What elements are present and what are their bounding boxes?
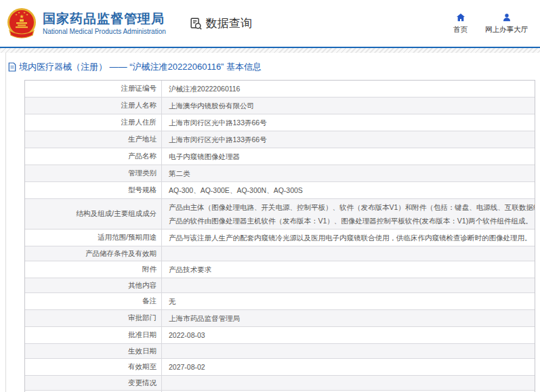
row-label: 备注 — [25, 293, 161, 309]
document-icon — [8, 62, 16, 72]
nav-service-hall[interactable]: 网上办事大厅 — [485, 12, 528, 35]
row-value: 2022-08-03 — [161, 327, 535, 343]
doc-search-icon — [189, 17, 203, 30]
row-label: 附件 — [25, 261, 161, 278]
row-value — [161, 278, 535, 292]
hatch-band — [0, 48, 540, 53]
row-value: 产品技术要求 — [161, 261, 535, 278]
table-row: 审批部门上海市药品监督管理局 — [25, 309, 535, 326]
row-value: AQ-300、AQ-300E、AQ-300N、AQ-300S — [161, 182, 535, 198]
home-icon — [455, 12, 466, 23]
org-name-en: National Medical Products Administration — [43, 27, 166, 36]
nmpa-logo: ★ ★ ★ ★ ★ 国家药品监督管理局 National Medical Pro… — [5, 7, 166, 40]
row-value: 上海市闵行区光中路133弄66号 — [161, 131, 535, 148]
table-row: 适用范围/预期用途产品与该注册人生产的配套内窥镜冷光源以及医用电子内窥镜联合使用… — [25, 229, 535, 246]
row-label: 其他内容 — [25, 278, 161, 292]
row-value: 2027-08-02 — [161, 359, 535, 375]
svg-text:★: ★ — [18, 11, 20, 14]
row-value: 上海澳华内镜股份有限公司 — [161, 97, 535, 114]
table-row: 产品名称电子内窥镜图像处理器 — [25, 148, 535, 165]
row-value: 产品与该注册人生产的配套内窥镜冷光源以及医用电子内窥镜联合使用，供临床作内窥镜检… — [161, 230, 535, 246]
row-label: 注册人住所 — [25, 114, 161, 131]
row-label: 适用范围/预期用途 — [25, 230, 161, 246]
page-title-text: 境内医疗器械（注册） —— “沪械注准20222060116” 基本信息 — [19, 61, 262, 73]
table-row: 结构及组成/主要组成成分产品由主体（图像处理电路、开关电源、控制平板）、软件（发… — [25, 198, 535, 229]
row-label: 型号规格 — [25, 182, 161, 198]
row-value: 第二类 — [161, 165, 535, 181]
table-row: 注册人名称上海澳华内镜股份有限公司 — [25, 97, 535, 114]
site-header: ★ ★ ★ ★ ★ 国家药品监督管理局 National Medical Pro… — [0, 0, 540, 47]
row-label: 生产地址 — [25, 131, 161, 148]
org-name-cn: 国家药品监督管理局 — [43, 11, 166, 27]
nav-home-label: 首页 — [453, 25, 468, 35]
registration-info-table: 注册证编号沪械注准20222060116注册人名称上海澳华内镜股份有限公司注册人… — [24, 80, 535, 392]
row-value: 无 — [161, 293, 535, 309]
row-label: 注册证编号 — [25, 81, 161, 97]
row-label: 批准日期 — [25, 327, 161, 343]
row-label: 结构及组成/主要组成成分 — [25, 199, 161, 229]
table-row: 注册证编号沪械注准20222060116 — [25, 81, 535, 97]
table-row: 管理类别第二类 — [25, 165, 535, 181]
user-icon — [501, 12, 512, 23]
row-value: 上海市药品监督管理局 — [161, 310, 535, 326]
table-row: 生产地址上海市闵行区光中路133弄66号 — [25, 131, 535, 148]
table-row: 产品储存条件及有效期 — [25, 246, 535, 261]
table-row: 备注无 — [25, 292, 535, 309]
top-nav: 首页 网上办事大厅 — [453, 12, 531, 35]
table-row: 变更情况 — [25, 375, 535, 390]
nav-home[interactable]: 首页 — [453, 12, 468, 35]
table-row: 有效期至2027-08-02 — [25, 358, 535, 375]
row-value: 上海市闵行区光中路133弄66号 — [161, 114, 535, 131]
row-label: 有效期至 — [25, 359, 161, 375]
row-label: 生效日期 — [25, 344, 161, 358]
data-query-tab[interactable]: 数据查询 — [189, 16, 252, 31]
row-label: 审批部门 — [25, 310, 161, 326]
svg-text:★: ★ — [26, 13, 28, 16]
national-emblem-icon: ★ ★ ★ ★ ★ — [5, 7, 38, 40]
row-label: 产品名称 — [25, 148, 161, 165]
row-value: 电子内窥镜图像处理器 — [161, 148, 535, 165]
row-label: 变更情况 — [25, 376, 161, 390]
table-row: 生效日期 — [25, 343, 535, 358]
row-label: 注册人名称 — [25, 97, 161, 114]
table-row: 附件产品技术要求 — [25, 261, 535, 278]
page-title: 境内医疗器械（注册） —— “沪械注准20222060116” 基本信息 — [8, 61, 540, 73]
nav-service-hall-label: 网上办事大厅 — [485, 25, 528, 35]
row-value: 产品由主体（图像处理电路、开关电源、控制平板）、软件（发布版本V1）和附件（包括… — [161, 199, 535, 229]
row-value — [161, 246, 535, 261]
table-row: 型号规格AQ-300、AQ-300E、AQ-300N、AQ-300S — [25, 181, 535, 198]
data-query-label: 数据查询 — [206, 16, 252, 31]
row-value: 沪械注准20222060116 — [161, 81, 535, 97]
content-panel: 境内医疗器械（注册） —— “沪械注准20222060116” 基本信息 注册证… — [5, 53, 540, 392]
row-value — [161, 376, 535, 390]
row-value — [161, 344, 535, 358]
table-row: 注册人住所上海市闵行区光中路133弄66号 — [25, 114, 535, 131]
table-row: 批准日期2022-08-03 — [25, 326, 535, 343]
row-label: 产品储存条件及有效期 — [25, 246, 161, 261]
row-label: 管理类别 — [25, 165, 161, 181]
table-row: 其他内容 — [25, 278, 535, 292]
